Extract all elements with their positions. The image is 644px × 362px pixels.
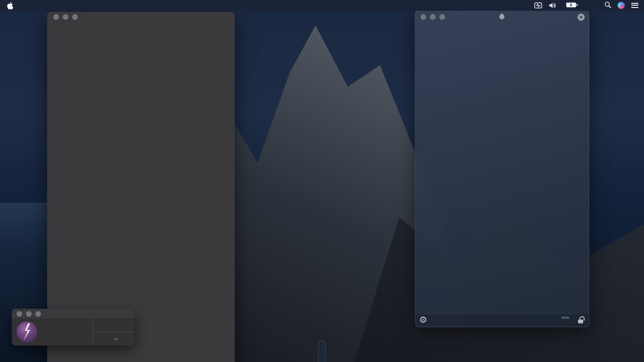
hwmonitor-footer: ⚙: [415, 313, 589, 327]
zoom-traffic-light[interactable]: [35, 311, 41, 317]
hwmonitor-title-bar: ✕: [415, 11, 589, 23]
gear-icon[interactable]: ⚙: [419, 314, 427, 325]
anydesk-title-bar: [12, 309, 134, 319]
spotlight-search-icon[interactable]: [604, 1, 611, 9]
ipg-title-bar: [47, 12, 235, 22]
close-icon[interactable]: ✕: [578, 14, 585, 21]
hwmonitor-panel: ✕ ⚙: [415, 10, 589, 327]
activity-monitor-icon[interactable]: [534, 2, 542, 8]
close-traffic-light[interactable]: [17, 311, 22, 317]
desktop: ✕ ⚙: [0, 0, 644, 362]
dock: [318, 340, 326, 362]
notification-center-icon[interactable]: [631, 3, 638, 8]
more-button[interactable]: [93, 332, 134, 345]
close-traffic-light[interactable]: [421, 14, 426, 20]
zoom-traffic-light[interactable]: [439, 14, 445, 20]
zoom-traffic-light[interactable]: [72, 14, 78, 20]
anydesk-window: [12, 309, 134, 346]
minimize-traffic-light[interactable]: [430, 14, 436, 20]
siri-icon[interactable]: [618, 2, 625, 9]
droplet-icon: [498, 13, 506, 21]
apple-menu-icon[interactable]: [0, 1, 18, 9]
lock-icon[interactable]: [578, 320, 583, 323]
chevron-down-icon: [114, 336, 118, 340]
menu-bar: [0, 0, 644, 11]
minimize-traffic-light[interactable]: [63, 14, 68, 20]
cpu-frequency-badge: [561, 317, 569, 319]
disconnect-button[interactable]: [93, 319, 134, 332]
minimize-traffic-light[interactable]: [26, 311, 32, 317]
battery-icon: [566, 2, 578, 9]
close-traffic-light[interactable]: [53, 14, 59, 20]
avatar: [17, 321, 37, 342]
volume-icon[interactable]: [549, 2, 557, 8]
